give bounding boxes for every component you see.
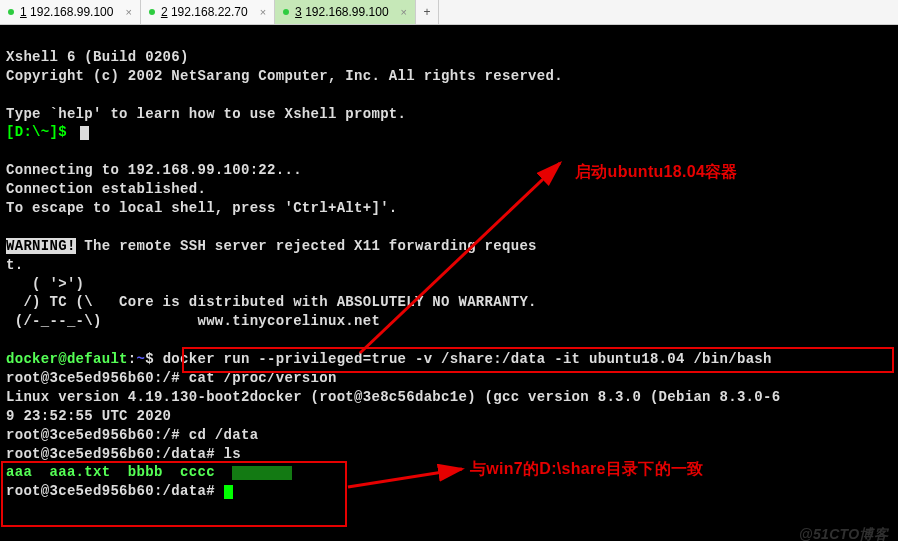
tab-label: 192.168.22.70 [171, 5, 248, 19]
banner-copyright: Copyright (c) 2002 NetSarang Computer, I… [6, 68, 563, 84]
svg-line-0 [360, 163, 560, 353]
banner-version: Xshell 6 (Build 0206) [6, 49, 189, 65]
status-dot-icon [8, 9, 14, 15]
close-icon[interactable]: × [125, 6, 131, 18]
kernel-version: 9 23:52:55 UTC 2020 [6, 408, 171, 424]
ascii-art: /) TC (\ Core is distributed with ABSOLU… [6, 294, 537, 310]
root-prompt-line: root@3ce5ed956b60:/data# ls [6, 446, 241, 462]
ascii-art: (/-_--_-\) www.tinycorelinux.net [6, 313, 380, 329]
status-dot-icon [283, 9, 289, 15]
warning-text: t. [6, 257, 23, 273]
close-icon[interactable]: × [260, 6, 266, 18]
close-icon[interactable]: × [401, 6, 407, 18]
svg-line-1 [348, 469, 462, 487]
tab-num: 3 [295, 5, 302, 19]
connect-line: To escape to local shell, press 'Ctrl+Al… [6, 200, 398, 216]
kernel-version: Linux version 4.19.130-boot2docker (root… [6, 389, 780, 405]
docker-host: docker@default [6, 351, 128, 367]
tab-3-active[interactable]: 3 192.168.99.100 × [275, 0, 416, 24]
ls-output: aaa aaa.txt bbbb cccc [6, 464, 232, 480]
terminal-output[interactable]: Xshell 6 (Build 0206) Copyright (c) 2002… [0, 25, 898, 541]
banner-help: Type `help' to learn how to use Xshell p… [6, 106, 406, 122]
sep: : [128, 351, 137, 367]
tab-label: 192.168.99.100 [30, 5, 113, 19]
root-prompt-line: root@3ce5ed956b60:/# cat /proc/version [6, 370, 337, 386]
cursor-icon [224, 485, 233, 499]
warning-tag: WARNING! [6, 238, 76, 254]
docker-command: docker run --privileged=true -v /share:/… [163, 351, 772, 367]
annotation-2: 与win7的D:\share目录下的一致 [470, 458, 704, 480]
docker-path: ~ [137, 351, 146, 367]
status-dot-icon [149, 9, 155, 15]
tab-bar: 1 192.168.99.100 × 2 192.168.22.70 × 3 1… [0, 0, 898, 25]
connect-line: Connecting to 192.168.99.100:22... [6, 162, 302, 178]
connect-line: Connection established. [6, 181, 206, 197]
tab-num: 1 [20, 5, 27, 19]
tab-label: 192.168.99.100 [305, 5, 388, 19]
tab-1[interactable]: 1 192.168.99.100 × [0, 0, 141, 24]
redacted-block [232, 466, 292, 480]
add-tab-button[interactable]: + [416, 0, 439, 24]
watermark: @51CTO博客 [799, 525, 888, 541]
annotation-1: 启动ubuntu18.04容器 [575, 161, 738, 183]
cursor-icon [80, 126, 89, 140]
warning-text: The remote SSH server rejected X11 forwa… [76, 238, 537, 254]
root-prompt-line: root@3ce5ed956b60:/data# [6, 483, 224, 499]
tab-2[interactable]: 2 192.168.22.70 × [141, 0, 275, 24]
arrow-icon [344, 457, 474, 497]
root-prompt-line: root@3ce5ed956b60:/# cd /data [6, 427, 258, 443]
ascii-art: ( '>') [6, 276, 84, 292]
tab-num: 2 [161, 5, 168, 19]
local-prompt: [D:\~]$ [6, 124, 67, 140]
dollar: $ [145, 351, 162, 367]
